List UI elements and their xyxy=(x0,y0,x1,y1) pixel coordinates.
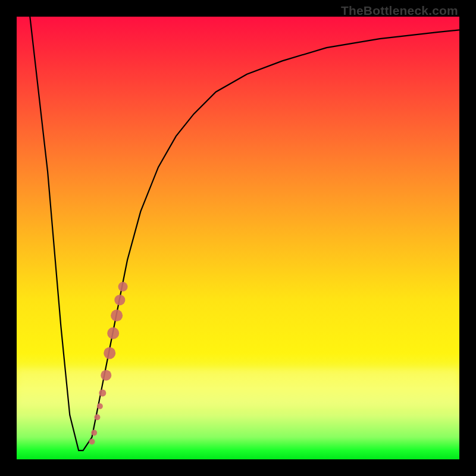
attribution-watermark: TheBottleneck.com xyxy=(341,4,458,18)
scatter-point xyxy=(114,295,125,305)
chart-scatter-layer xyxy=(17,17,459,459)
scatter-point xyxy=(94,414,100,420)
scatter-point xyxy=(118,282,128,292)
scatter-point xyxy=(89,439,95,444)
chart-frame: TheBottleneck.com xyxy=(0,0,476,476)
scatter-point xyxy=(101,370,111,381)
scatter-point xyxy=(91,430,97,436)
scatter-point xyxy=(111,309,123,321)
scatter-point xyxy=(104,347,115,359)
scatter-point xyxy=(99,389,106,396)
scatter-point xyxy=(107,327,119,339)
scatter-point xyxy=(97,403,103,409)
plot-area xyxy=(17,17,459,459)
